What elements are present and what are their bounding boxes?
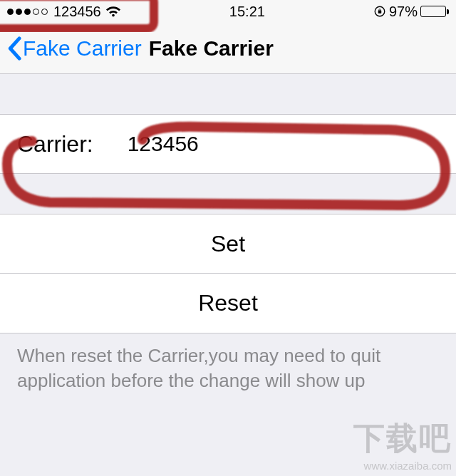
nav-bar: Fake Carrier Fake Carrier (0, 23, 456, 74)
reset-button[interactable]: Reset (0, 274, 456, 333)
status-bar: 123456 15:21 97% (0, 0, 456, 23)
carrier-value[interactable]: 123456 (128, 132, 199, 156)
orientation-lock-icon (373, 5, 386, 18)
battery-percent: 97% (389, 4, 418, 20)
set-button[interactable]: Set (0, 214, 456, 274)
back-button[interactable]: Fake Carrier (7, 36, 142, 61)
footer-hint: When reset the Carrier,you may need to q… (0, 333, 456, 403)
watermark: 下载吧 www.xiazaiba.com (353, 418, 452, 472)
status-right: 97% (373, 4, 449, 20)
watermark-sub: www.xiazaiba.com (353, 460, 452, 472)
carrier-input-row[interactable]: Carrier: 123456 (0, 114, 456, 174)
status-carrier-name: 123456 (53, 4, 101, 20)
carrier-label: Carrier: (17, 131, 93, 157)
status-left: 123456 (7, 4, 121, 20)
status-time: 15:21 (229, 4, 265, 20)
wifi-icon (105, 4, 121, 19)
chevron-left-icon (7, 36, 21, 61)
watermark-main: 下载吧 (353, 418, 452, 460)
page-title: Fake Carrier (149, 36, 274, 61)
button-group: Set Reset (0, 214, 456, 333)
battery-icon (420, 6, 449, 17)
signal-strength-icon (7, 9, 48, 15)
back-label: Fake Carrier (23, 36, 142, 61)
